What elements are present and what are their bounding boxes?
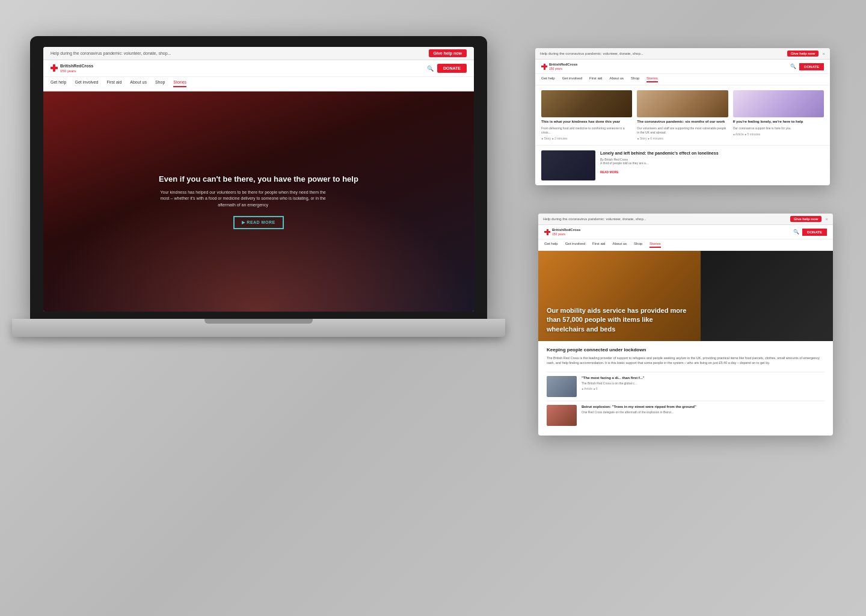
laptop-logo-years: 150 years [60, 69, 93, 73]
browser-right-list-item-1: "The most facing a di... than first f...… [547, 372, 825, 401]
laptop-bezel: Help during the coronavirus pandemic: vo… [30, 36, 487, 319]
browser-right-menu-shop[interactable]: Shop [634, 242, 642, 248]
browser-right-menu-get-involved[interactable]: Get involved [565, 242, 585, 248]
browser-right-article-text: The British Red Cross is the leading pro… [547, 356, 825, 366]
browser-featured-image [541, 150, 595, 180]
menu-shop[interactable]: Shop [155, 80, 165, 87]
laptop-banner-text: Help during the coronavirus pandemic: vo… [51, 51, 171, 55]
menu-get-help[interactable]: Get help [51, 80, 66, 87]
browser-card-2-text: Our volunteers and staff are supporting … [637, 126, 728, 135]
browser-top-donate-btn[interactable]: DONATE [799, 63, 824, 70]
browser-right-article: Keeping people connected under lockdown … [538, 341, 833, 372]
red-cross-icon [51, 64, 58, 72]
browser-top-featured: Lonely and left behind: the pandemic's e… [535, 145, 830, 185]
browser-card-3-image [733, 90, 824, 117]
laptop-website: Help during the coronavirus pandemic: vo… [43, 47, 474, 312]
browser-right-menu: Get help Get involved First aid About us… [538, 239, 833, 251]
browser-top-nav: BritishRedCross 150 years 🔍 DONATE [535, 60, 830, 74]
laptop-hero-content: Even if you can't be there, you have the… [159, 174, 358, 230]
browser-featured-content: Lonely and left behind: the pandemic's e… [600, 150, 824, 180]
browser-right-list: "The most facing a di... than first f...… [538, 372, 833, 436]
browser-card-1: This is what your kindness has done this… [541, 90, 632, 140]
browser-right-menu-about-us[interactable]: About us [612, 242, 627, 248]
browser-top: Help during the coronavirus pandemic: vo… [535, 48, 830, 185]
close-icon[interactable]: × [822, 51, 825, 57]
browser-top-nav-right: 🔍 DONATE [790, 63, 824, 70]
browser-card-3-title: If you're feeling lonely, we're here to … [733, 120, 824, 125]
browser-right-nav-right: 🔍 DONATE [793, 229, 827, 236]
browser-card-3-meta: ● Article ● 5 minutes [733, 132, 824, 136]
laptop-hero: Even if you can't be there, you have the… [43, 91, 474, 312]
browser-right-list-content-2: Beirut explosion: "Trees in my street we… [582, 405, 696, 426]
browser-top-cards: This is what your kindness has done this… [535, 85, 830, 145]
browser-right-list-text-2: One Red Cross delegate on the aftermath … [582, 410, 696, 414]
browser-right-list-title-1: "The most facing a di... than first f...… [582, 376, 645, 381]
browser-menu-stories[interactable]: Stories [646, 76, 658, 82]
browser-top-bar: Help during the coronavirus pandemic: vo… [535, 48, 830, 60]
browser-menu-get-help[interactable]: Get help [541, 76, 555, 82]
browser-right-hero: Our mobility aids service has provided m… [538, 251, 833, 341]
laptop-hero-subtitle: Your kindness has helped our volunteers … [159, 189, 327, 209]
browser-right-hero-text: Our mobility aids service has provided m… [538, 299, 701, 341]
menu-stories[interactable]: Stories [173, 80, 186, 87]
browser-menu-shop[interactable]: Shop [631, 76, 639, 82]
laptop-read-more-btn[interactable]: ▶ READ MORE [233, 216, 283, 229]
browser-top-search-icon[interactable]: 🔍 [790, 64, 796, 69]
browser-right-list-text-1: The British Red Cross is on the global c… [582, 381, 645, 386]
browser-right-banner-text: Help during the coronavirus pandemic: vo… [543, 217, 646, 221]
browser-right-article-title: Keeping people connected under lockdown [547, 347, 825, 353]
laptop-notch [204, 319, 313, 324]
browser-right-menu-stories[interactable]: Stories [650, 242, 661, 248]
browser-right-list-content-1: "The most facing a di... than first f...… [582, 376, 645, 397]
laptop-menu: Get help Get involved First aid About us… [43, 77, 474, 91]
laptop-screen: Help during the coronavirus pandemic: vo… [43, 47, 474, 312]
browser-top-logo-years: 150 years [549, 67, 577, 70]
browser-right-list-meta-1: ● Article ● 5 [582, 387, 645, 390]
browser-right-donate-btn[interactable]: DONATE [802, 229, 827, 236]
browser-right-list-title-2: Beirut explosion: "Trees in my street we… [582, 405, 696, 410]
browser-top-help-btn[interactable]: Give help now [787, 51, 819, 57]
browser-right-search-icon[interactable]: 🔍 [793, 229, 799, 235]
browser-right-menu-get-help[interactable]: Get help [544, 242, 558, 248]
browser-right-nav: BritishRedCross 150 years 🔍 DONATE [538, 225, 833, 239]
browser-top-logo: BritishRedCross 150 years [541, 63, 577, 70]
laptop-donate-btn[interactable]: DONATE [437, 64, 467, 73]
menu-first-aid[interactable]: First aid [106, 80, 121, 87]
laptop-nav-right: 🔍 DONATE [427, 64, 467, 73]
browser-top-banner-text: Help during the coronavirus pandemic: vo… [540, 52, 643, 55]
menu-about-us[interactable]: About us [130, 80, 147, 87]
browser-card-1-title: This is what your kindness has done this… [541, 120, 632, 125]
laptop: Help during the coronavirus pandemic: vo… [30, 36, 487, 578]
browser-featured-read-more[interactable]: READ MORE [600, 170, 619, 174]
browser-top-cross-icon [541, 64, 547, 70]
browser-featured-title: Lonely and left behind: the pandemic's e… [600, 150, 824, 156]
laptop-banner-btn[interactable]: Give help now [429, 49, 467, 57]
browser-featured-text: A third of people told us they are a... [600, 161, 824, 165]
laptop-banner: Help during the coronavirus pandemic: vo… [43, 47, 474, 60]
browser-top-menu: Get help Get involved First aid About us… [535, 74, 830, 85]
laptop-hero-title: Even if you can't be there, you have the… [159, 174, 358, 185]
browser-right-menu-first-aid[interactable]: First aid [592, 242, 605, 248]
browser-right-logo-name: BritishRedCross [552, 228, 580, 232]
browser-right-help-btn[interactable]: Give help now [790, 216, 822, 222]
browser-top-logo-name: BritishRedCross [549, 63, 577, 67]
browser-card-1-text: From delivering food and medicine to com… [541, 126, 632, 135]
browser-right-cross-icon [544, 229, 550, 235]
browser-card-2-title: The coronavirus pandemic: six months of … [637, 120, 728, 125]
browser-menu-first-aid[interactable]: First aid [589, 76, 602, 82]
browser-card-3: If you're feeling lonely, we're here to … [733, 90, 824, 140]
laptop-base [12, 319, 505, 337]
search-icon[interactable]: 🔍 [427, 66, 434, 72]
laptop-nav: BritishRedCross 150 years 🔍 DONATE [43, 60, 474, 77]
browser-card-1-image [541, 90, 632, 117]
browser-menu-about-us[interactable]: About us [609, 76, 624, 82]
browser-right-list-img-1 [547, 376, 577, 397]
browser-right-close-icon[interactable]: × [825, 217, 828, 222]
menu-get-involved[interactable]: Get involved [75, 80, 98, 87]
browser-right: Help during the coronavirus pandemic: vo… [538, 214, 833, 436]
laptop-logo: BritishRedCross 150 years [51, 64, 93, 72]
browser-menu-get-involved[interactable]: Get involved [562, 76, 582, 82]
browser-right-list-item-2: Beirut explosion: "Trees in my street we… [547, 401, 825, 430]
browser-right-logo: BritishRedCross 150 years [544, 228, 580, 236]
browser-right-bar: Help during the coronavirus pandemic: vo… [538, 214, 833, 225]
